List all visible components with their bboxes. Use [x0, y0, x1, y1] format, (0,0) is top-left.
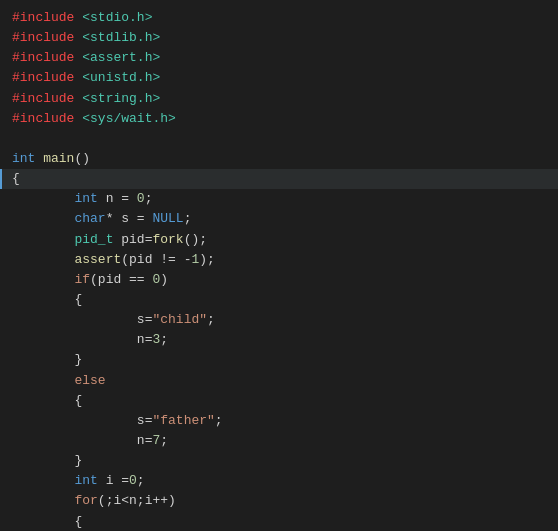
- code-line: #include <sys/wait.h>: [0, 109, 558, 129]
- code-line: }: [0, 350, 558, 370]
- code-line: char* s = NULL;: [0, 209, 558, 229]
- code-line: s="father";: [0, 411, 558, 431]
- code-line: assert(pid != -1);: [0, 250, 558, 270]
- code-line: }: [0, 451, 558, 471]
- code-line: {: [0, 290, 558, 310]
- code-line: #include <string.h>: [0, 89, 558, 109]
- code-line: n=3;: [0, 330, 558, 350]
- code-line: [0, 129, 558, 149]
- code-line: int n = 0;: [0, 189, 558, 209]
- code-line: s="child";: [0, 310, 558, 330]
- code-line: for(;i<n;i++): [0, 491, 558, 511]
- code-line: int main(): [0, 149, 558, 169]
- code-line: #include <stdio.h>: [0, 8, 558, 28]
- code-line: {: [0, 169, 558, 189]
- code-editor: #include <stdio.h>#include <stdlib.h>#in…: [0, 0, 558, 531]
- code-line: int i =0;: [0, 471, 558, 491]
- code-line: #include <stdlib.h>: [0, 28, 558, 48]
- code-line: n=7;: [0, 431, 558, 451]
- code-line: {: [0, 391, 558, 411]
- code-line: #include <unistd.h>: [0, 68, 558, 88]
- code-line: pid_t pid=fork();: [0, 230, 558, 250]
- code-line: #include <assert.h>: [0, 48, 558, 68]
- code-line: if(pid == 0): [0, 270, 558, 290]
- code-line: {: [0, 512, 558, 531]
- code-line: else: [0, 371, 558, 391]
